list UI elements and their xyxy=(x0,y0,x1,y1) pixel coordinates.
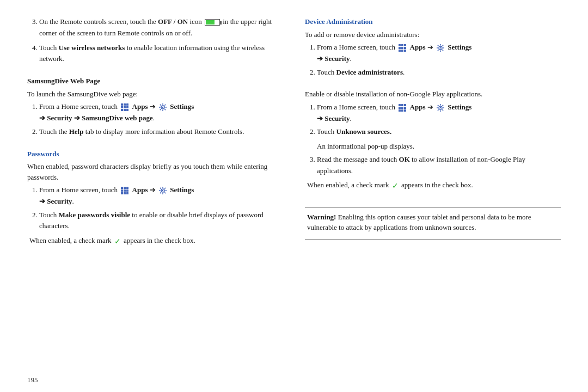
make-passwords-label: Make passwords visible xyxy=(59,211,130,219)
svg-rect-23 xyxy=(124,189,126,192)
popup-displays-text: An informational pop-up displays. xyxy=(305,141,561,152)
apps-grid-icon-pw xyxy=(120,186,129,195)
settings-label-da: Settings xyxy=(448,43,471,51)
svg-rect-46 xyxy=(404,50,406,52)
svg-rect-20 xyxy=(124,187,126,189)
device-admin-intro: To add or remove device administrators: xyxy=(305,29,561,40)
step-4: Touch Use wireless networks to enable lo… xyxy=(39,42,283,65)
arrow-ng: ➔ xyxy=(427,103,435,111)
non-google-section: Enable or disable installation of non-Go… xyxy=(305,89,561,194)
svg-rect-0 xyxy=(121,103,123,106)
svg-line-16 xyxy=(164,109,166,111)
svg-rect-19 xyxy=(121,187,123,189)
device-admin-heading: Device Administration xyxy=(305,16,561,27)
passwords-steps: From a Home screen, touch xyxy=(39,185,283,232)
remote-steps-section: On the Remote controls screen, touch the… xyxy=(27,16,283,68)
right-column: Device Administration To add or remove d… xyxy=(305,16,561,363)
page-content: On the Remote controls screen, touch the… xyxy=(0,0,588,373)
checkmark-icon-pw: ✓ xyxy=(114,236,121,247)
svg-rect-40 xyxy=(404,44,406,46)
device-admin-section: Device Administration To add or remove d… xyxy=(305,16,561,81)
svg-rect-24 xyxy=(126,189,128,192)
settings-gear-icon-ng xyxy=(436,103,445,112)
svg-rect-59 xyxy=(404,104,406,106)
apps-label-pw: Apps xyxy=(132,186,148,194)
svg-line-35 xyxy=(164,192,166,193)
svg-line-37 xyxy=(160,192,161,193)
samsung-dive-section: SamsungDive Web Page To launch the Samsu… xyxy=(27,76,283,140)
svg-rect-58 xyxy=(401,104,403,106)
passwords-step-1: From a Home screen, touch xyxy=(39,185,283,207)
passwords-intro: When enabled, password characters displa… xyxy=(27,161,283,182)
svg-line-54 xyxy=(442,50,443,51)
passwords-step-2: Touch Make passwords visible to enable o… xyxy=(39,210,283,232)
checkmark-icon-ng: ✓ xyxy=(392,180,399,192)
apps-label-da: Apps xyxy=(410,43,426,51)
svg-rect-61 xyxy=(401,107,403,109)
svg-rect-43 xyxy=(404,47,406,49)
non-google-step-1: From a Home screen, touch xyxy=(317,102,561,125)
svg-rect-5 xyxy=(126,106,128,108)
svg-rect-63 xyxy=(399,109,401,112)
svg-rect-27 xyxy=(126,192,128,194)
page-number: 195 xyxy=(27,376,38,384)
svg-rect-39 xyxy=(401,44,403,46)
warning-text: Warning! Enabling this option causes you… xyxy=(307,212,559,233)
svg-line-53 xyxy=(438,45,439,46)
warning-label: Warning! xyxy=(307,213,336,221)
svg-point-67 xyxy=(440,107,441,108)
apps-grid-icon-ng xyxy=(398,103,407,112)
svg-rect-65 xyxy=(404,109,406,112)
svg-rect-57 xyxy=(399,104,401,106)
apps-label-1: Apps xyxy=(132,102,148,111)
settings-gear-icon-da xyxy=(436,44,445,52)
security-da-path: ➔ Security xyxy=(317,54,350,63)
samsung-dive-intro: To launch the SamsungDive web page: xyxy=(27,89,283,100)
step-3: On the Remote controls screen, touch the… xyxy=(39,16,283,39)
svg-rect-2 xyxy=(126,103,128,106)
ok-label: OK xyxy=(399,155,410,163)
warning-box: Warning! Enabling this option causes you… xyxy=(305,207,561,240)
samsung-dive-step-2: Touch the Help tab to display more infor… xyxy=(39,126,283,138)
svg-rect-6 xyxy=(121,109,123,111)
svg-line-75 xyxy=(438,109,439,111)
security-samsung-path: ➔ Security ➔ SamsungDive web page xyxy=(39,114,153,122)
svg-point-10 xyxy=(162,107,163,108)
page-footer: 195 xyxy=(0,373,588,392)
non-google-steps-cont: Read the message and touch OK to allow i… xyxy=(317,154,561,177)
svg-rect-7 xyxy=(124,109,126,111)
non-google-check-line: When enabled, a check mark ✓ appears in … xyxy=(305,180,561,192)
svg-point-29 xyxy=(162,190,163,191)
svg-line-74 xyxy=(442,105,443,106)
svg-rect-21 xyxy=(126,187,128,189)
svg-line-34 xyxy=(160,188,161,189)
svg-line-73 xyxy=(442,109,443,111)
device-admin-step-2: Touch Device administrators. xyxy=(317,67,561,78)
svg-line-18 xyxy=(160,109,161,111)
non-google-step-2: Touch Unknown sources. xyxy=(317,126,561,138)
help-label: Help xyxy=(69,127,84,136)
svg-rect-38 xyxy=(399,44,401,46)
svg-rect-26 xyxy=(124,192,126,194)
left-column: On the Remote controls screen, touch the… xyxy=(27,16,283,363)
svg-rect-22 xyxy=(121,189,123,192)
passwords-check-line: When enabled, a check mark ✓ appears in … xyxy=(27,235,283,247)
settings-label-ng: Settings xyxy=(448,103,471,111)
non-google-steps: From a Home screen, touch xyxy=(317,102,561,138)
security-ng-path: ➔ Security xyxy=(317,114,350,122)
arrow-1: ➔ xyxy=(150,102,157,111)
device-admin-label: Device administrators xyxy=(336,68,403,76)
svg-rect-1 xyxy=(124,103,126,106)
svg-rect-25 xyxy=(121,192,123,194)
settings-label-1: Settings xyxy=(170,102,194,111)
settings-label-pw: Settings xyxy=(170,186,194,194)
settings-gear-icon-1 xyxy=(158,103,167,112)
non-google-step-3: Read the message and touch OK to allow i… xyxy=(317,154,561,177)
samsung-dive-heading: SamsungDive Web Page xyxy=(27,76,283,87)
arrow-pw: ➔ xyxy=(150,186,157,194)
samsung-dive-steps: From a Home screen, touch xyxy=(39,101,283,137)
svg-line-55 xyxy=(442,45,443,46)
svg-line-56 xyxy=(438,50,439,51)
svg-rect-3 xyxy=(121,106,123,108)
battery-icon xyxy=(205,19,220,26)
